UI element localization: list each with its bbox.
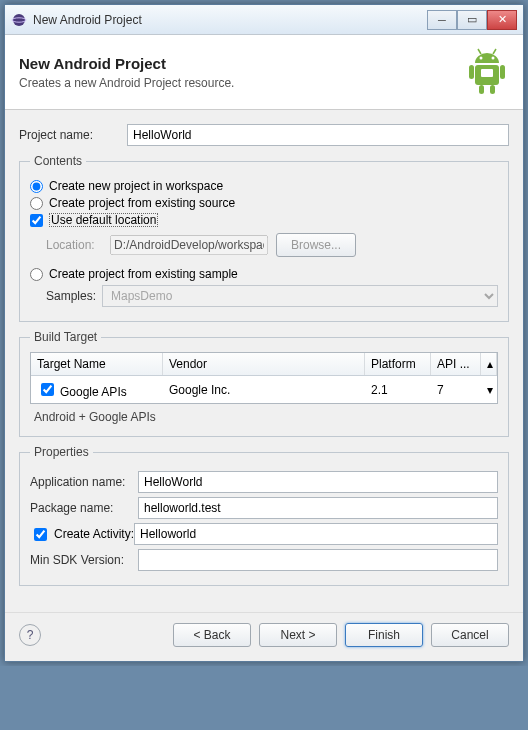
project-name-input[interactable]	[127, 124, 509, 146]
svg-rect-3	[469, 65, 474, 79]
browse-button: Browse...	[276, 233, 356, 257]
radio-new-workspace[interactable]	[30, 180, 43, 193]
checkbox-default-location[interactable]	[30, 214, 43, 227]
svg-point-0	[13, 14, 25, 26]
page-title: New Android Project	[19, 55, 465, 72]
checkbox-create-activity[interactable]	[34, 528, 47, 541]
radio-existing-sample-label: Create project from existing sample	[49, 267, 238, 281]
activity-name-input[interactable]	[134, 523, 498, 545]
min-sdk-input[interactable]	[138, 549, 498, 571]
contents-legend: Contents	[30, 154, 86, 168]
properties-legend: Properties	[30, 445, 93, 459]
next-button[interactable]: Next >	[259, 623, 337, 647]
cancel-button[interactable]: Cancel	[431, 623, 509, 647]
svg-rect-5	[479, 85, 484, 94]
svg-rect-11	[481, 69, 493, 77]
location-input	[110, 235, 268, 255]
svg-point-7	[480, 57, 483, 60]
build-target-note: Android + Google APIs	[30, 404, 498, 426]
col-platform[interactable]: Platform	[365, 353, 431, 375]
radio-existing-source-label: Create project from existing source	[49, 196, 235, 210]
svg-point-8	[492, 57, 495, 60]
package-name-input[interactable]	[138, 497, 498, 519]
back-button[interactable]: < Back	[173, 623, 251, 647]
build-target-group: Build Target Target Name Vendor Platform…	[19, 330, 509, 437]
scroll-down-icon[interactable]: ▾	[481, 379, 497, 401]
col-api[interactable]: API ...	[431, 353, 481, 375]
wizard-footer: ? < Back Next > Finish Cancel	[5, 612, 523, 661]
android-icon	[465, 47, 509, 97]
svg-line-9	[478, 49, 481, 54]
eclipse-icon	[11, 12, 27, 28]
target-checkbox[interactable]	[41, 383, 54, 396]
samples-label: Samples:	[46, 289, 102, 303]
svg-rect-6	[490, 85, 495, 94]
dialog-window: New Android Project ─ ▭ ✕ New Android Pr…	[4, 4, 524, 662]
radio-existing-source[interactable]	[30, 197, 43, 210]
create-activity-label: Create Activity:	[54, 527, 134, 541]
properties-group: Properties Application name: Package nam…	[19, 445, 509, 586]
svg-rect-4	[500, 65, 505, 79]
app-name-label: Application name:	[30, 475, 138, 489]
build-target-legend: Build Target	[30, 330, 101, 344]
app-name-input[interactable]	[138, 471, 498, 493]
project-name-label: Project name:	[19, 128, 127, 142]
wizard-header: New Android Project Creates a new Androi…	[5, 35, 523, 110]
package-name-label: Package name:	[30, 501, 138, 515]
build-target-table: Target Name Vendor Platform API ... ▴ Go…	[30, 352, 498, 404]
finish-button[interactable]: Finish	[345, 623, 423, 647]
min-sdk-label: Min SDK Version:	[30, 553, 138, 567]
col-vendor[interactable]: Vendor	[163, 353, 365, 375]
window-title: New Android Project	[33, 13, 427, 27]
page-subtitle: Creates a new Android Project resource.	[19, 76, 465, 90]
titlebar[interactable]: New Android Project ─ ▭ ✕	[5, 5, 523, 35]
minimize-button[interactable]: ─	[427, 10, 457, 30]
radio-new-workspace-label: Create new project in workspace	[49, 179, 223, 193]
help-button[interactable]: ?	[19, 624, 41, 646]
samples-select: MapsDemo	[102, 285, 498, 307]
close-button[interactable]: ✕	[487, 10, 517, 30]
table-row[interactable]: Google APIs Google Inc. 2.1 7 ▾	[31, 376, 497, 403]
location-label: Location:	[46, 238, 102, 252]
col-target[interactable]: Target Name	[31, 353, 163, 375]
radio-existing-sample[interactable]	[30, 268, 43, 281]
contents-group: Contents Create new project in workspace…	[19, 154, 509, 322]
maximize-button[interactable]: ▭	[457, 10, 487, 30]
checkbox-default-location-label: Use default location	[49, 213, 158, 227]
svg-line-10	[493, 49, 496, 54]
scroll-up-icon[interactable]: ▴	[481, 353, 497, 375]
